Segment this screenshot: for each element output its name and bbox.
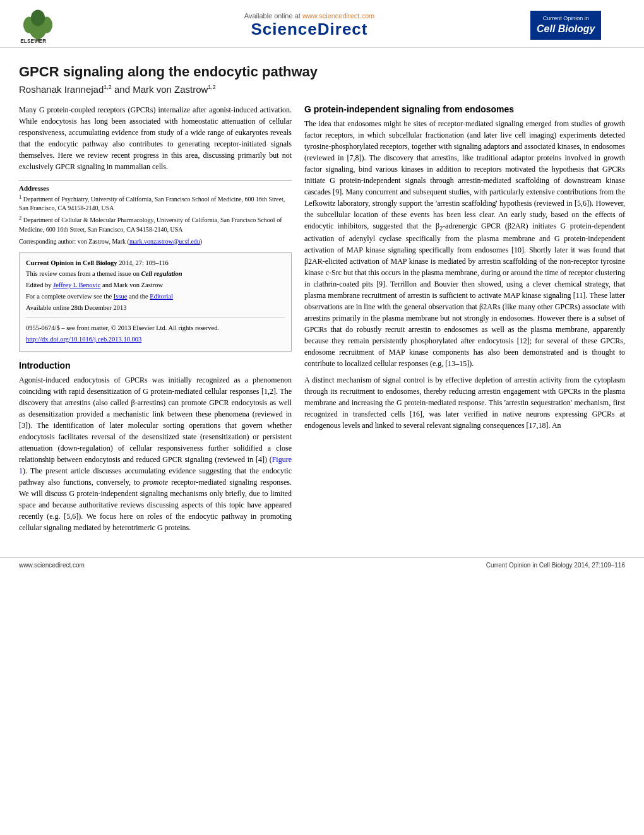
address-item-2: 2 Department of Cellular & Molecular Pha… xyxy=(19,215,292,234)
info-row-editors: Edited by Jeffrey L Benovic and Mark von… xyxy=(26,280,285,290)
edited-label: Edited by xyxy=(26,281,52,288)
page-footer: www.sciencedirect.com Current Opinion in… xyxy=(0,557,644,572)
elsevier-logo-area: ELSEVIER xyxy=(13,6,88,44)
info-row-overview: For a complete overview see the Issue an… xyxy=(26,292,285,302)
author-2-sup: 1,2 xyxy=(208,84,216,90)
introduction-paragraph-1: Agonist-induced endocytosis of GPCRs was… xyxy=(19,374,292,533)
corresponding-email-link[interactable]: mark.vonzastrow@ucsf.edu xyxy=(129,238,200,245)
page-header: ELSEVIER Available online at www.science… xyxy=(0,0,644,48)
info-row-theme: This review comes from a themed issue on… xyxy=(26,269,285,279)
header-center: Available online at www.sciencedirect.co… xyxy=(88,12,530,39)
info-row-journal: Current Opinion in Cell Biology 2014, 27… xyxy=(26,258,285,268)
journal-badge: Current Opinion in Cell Biology xyxy=(530,11,601,40)
review-note: This review comes from a themed issue on xyxy=(26,270,140,277)
author-1-sup: 1,2 xyxy=(104,84,112,90)
address-text-2: Department of Cellular & Molecular Pharm… xyxy=(19,217,282,233)
editors-connector: and Mark von Zastrow xyxy=(102,281,163,288)
right-column: G protein-independent signaling from end… xyxy=(304,104,625,538)
introduction-title: Introduction xyxy=(19,360,292,370)
elsevier-tree-icon: ELSEVIER xyxy=(13,6,63,44)
elsevier-logo: ELSEVIER xyxy=(13,6,88,44)
overview-label: For a complete overview see the xyxy=(26,293,112,300)
info-volume: 27: xyxy=(135,259,143,266)
abstract-text: Many G protein-coupled receptors (GPCRs)… xyxy=(19,104,292,172)
editor-1-link[interactable]: Jeffrey L Benovic xyxy=(53,281,100,288)
info-row-issn: 0955-0674/$ – see front matter, © 2013 E… xyxy=(26,323,285,333)
info-pages: 109–116 xyxy=(145,259,168,266)
article-title: GPCR signaling along the endocytic pathw… xyxy=(19,64,625,80)
and-the-label: and the xyxy=(129,293,148,300)
svg-point-4 xyxy=(31,10,45,27)
info-divider xyxy=(26,317,285,318)
author-connector: and Mark von Zastrow xyxy=(114,84,208,95)
figure1-link[interactable]: Figure 1 xyxy=(19,455,292,475)
corresponding-label: Corresponding author: von Zastrow, Mark … xyxy=(19,238,129,245)
issue-link[interactable]: Issue xyxy=(114,293,128,300)
addresses-title: Addresses xyxy=(19,184,292,192)
g-protein-paragraph-1: The idea that endosomes might be sites o… xyxy=(304,118,625,369)
main-content: GPCR signaling along the endocytic pathw… xyxy=(0,48,644,551)
g-protein-paragraph-2: A distinct mechanism of signal control i… xyxy=(304,374,625,431)
footer-right: Current Opinion in Cell Biology 2014, 27… xyxy=(486,562,625,569)
brand-title: ScienceDirect xyxy=(88,20,530,39)
info-row-available: Available online 28th December 2013 xyxy=(26,303,285,313)
address-sup-2: 2 xyxy=(19,215,21,221)
journal-label-top: Current Opinion in xyxy=(537,15,595,23)
info-row-doi: http://dx.doi.org/10.1016/j.ceb.2013.10.… xyxy=(26,335,285,345)
author-1: Roshanak Irannejad xyxy=(19,84,104,95)
info-year: 2014, xyxy=(119,259,134,266)
addresses-box: Addresses 1 Department of Psychiatry, Un… xyxy=(19,180,292,246)
corresponding-author: Corresponding author: von Zastrow, Mark … xyxy=(19,237,292,246)
article-authors: Roshanak Irannejad1,2 and Mark von Zastr… xyxy=(19,84,625,95)
corresponding-close: ) xyxy=(200,238,202,245)
address-text-1: Department of Psychiatry, University of … xyxy=(19,196,285,211)
two-column-layout: Many G protein-coupled receptors (GPCRs)… xyxy=(19,104,625,538)
doi-link[interactable]: http://dx.doi.org/10.1016/j.ceb.2013.10.… xyxy=(26,336,141,343)
journal-name: Current Opinion in Cell Biology xyxy=(26,259,117,266)
journal-label-bottom: Cell Biology xyxy=(537,22,595,36)
journal-badge-area: Current Opinion in Cell Biology xyxy=(530,11,631,40)
left-column: Many G protein-coupled receptors (GPCRs)… xyxy=(19,104,292,538)
footer-left: www.sciencedirect.com xyxy=(19,562,85,569)
address-sup-1: 1 xyxy=(19,194,21,200)
website-link[interactable]: www.sciencedirect.com xyxy=(302,12,374,20)
promote-italic: promote xyxy=(143,478,169,487)
address-item-1: 1 Department of Psychiatry, University o… xyxy=(19,194,292,213)
info-box: Current Opinion in Cell Biology 2014, 27… xyxy=(19,252,292,352)
editorial-link[interactable]: Editorial xyxy=(150,293,173,300)
svg-text:ELSEVIER: ELSEVIER xyxy=(20,38,46,44)
theme-label: Cell regulation xyxy=(141,270,182,277)
available-online-text: Available online at www.sciencedirect.co… xyxy=(88,12,530,20)
g-protein-section-title: G protein-independent signaling from end… xyxy=(304,104,625,114)
